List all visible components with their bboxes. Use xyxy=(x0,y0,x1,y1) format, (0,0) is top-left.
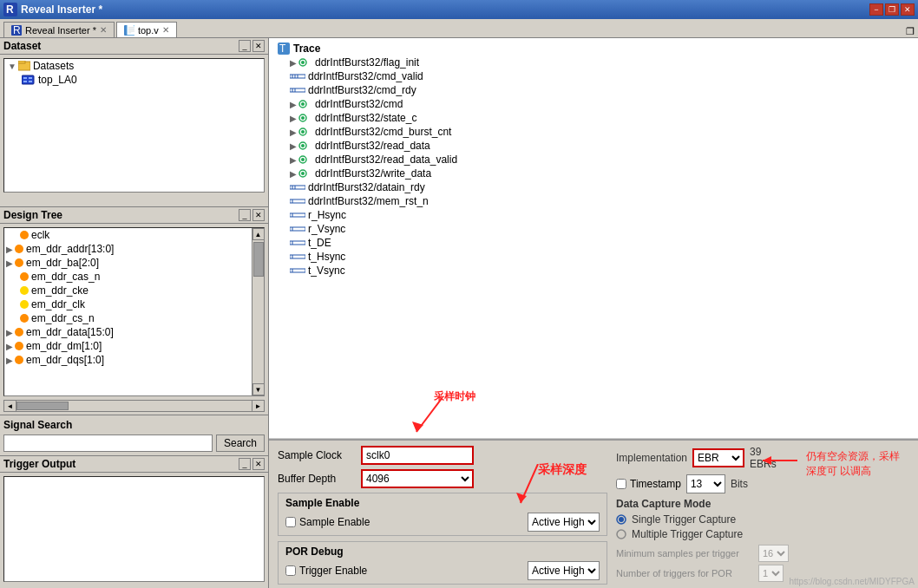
trace-cmd-label: ddrIntfBurst32/cmd xyxy=(315,98,403,110)
trace-flag-init[interactable]: ▶ ddrIntfBurst32/flag_init xyxy=(276,56,911,69)
trace-root-label: Trace xyxy=(293,42,320,55)
trace-write-data-label: ddrIntfBurst32/write_data xyxy=(315,167,431,180)
config-left-col: Sample Clock Buffer Depth 4096 2048 1024… xyxy=(278,446,607,585)
trace-write-data[interactable]: ▶ ddrIntfBurst32/write_data xyxy=(276,167,911,180)
top-la0-item[interactable]: top_LA0 xyxy=(4,73,264,87)
em-ddr-ba-item[interactable]: ▶ em_ddr_ba[2:0] xyxy=(4,256,252,270)
trace-t-de[interactable]: t_DE xyxy=(276,236,911,250)
hscroll-left-btn[interactable]: ◄ xyxy=(4,401,16,411)
svg-rect-7 xyxy=(18,61,25,63)
main-content: Dataset _ ✕ ▼ Datasets xyxy=(0,38,918,588)
timestamp-checkbox-label[interactable]: Timestamp xyxy=(616,478,681,490)
em-ddr-cas-item[interactable]: em_ddr_cas_n xyxy=(4,270,252,284)
trace-read-data-valid-label: ddrIntfBurst32/read_data_valid xyxy=(315,154,457,166)
sample-enable-section: Sample Enable Sample Enable Active High … xyxy=(278,493,607,536)
tab-reveal[interactable]: R Reveal Inserter * ✕ xyxy=(3,22,115,37)
impl-select[interactable]: EBR BRAM LRAM xyxy=(692,448,744,467)
signal-search-row: Search xyxy=(3,434,265,452)
trigger-output-title: Trigger Output xyxy=(3,458,75,470)
min-samples-row: Minimum samples per trigger 16 32 64 xyxy=(616,545,789,562)
trace-area[interactable]: T Trace ▶ ddrIntfBurst32/flag_init xyxy=(269,38,918,439)
num-triggers-select[interactable]: 1 2 4 xyxy=(758,565,784,582)
restore-btn[interactable]: ❐ xyxy=(885,3,899,16)
dataset-minimize-btn[interactable]: _ xyxy=(239,40,251,52)
trace-t-hsync-label: t_Hsync xyxy=(308,251,345,263)
search-button[interactable]: Search xyxy=(216,434,265,452)
signal-search-input[interactable] xyxy=(3,434,213,452)
dataset-close-btn[interactable]: ✕ xyxy=(252,40,265,52)
scroll-down-btn[interactable]: ▼ xyxy=(252,383,265,395)
trigger-enable-dropdown[interactable]: Active High Active Low xyxy=(528,561,600,580)
trace-read-data-valid[interactable]: ▶ ddrIntfBurst32/read_data_valid xyxy=(276,153,911,167)
eclk-item[interactable]: eclk xyxy=(4,228,252,242)
em-ddr-dm-item[interactable]: ▶ em_ddr_dm[1:0] xyxy=(4,339,252,353)
design-tree-scrollbar[interactable]: ▲ ▼ xyxy=(252,228,264,395)
trace-r-hsync[interactable]: r_Hsync xyxy=(276,208,911,222)
min-samples-select[interactable]: 16 32 64 xyxy=(758,545,789,562)
por-debug-section: POR Debug Trigger Enable Active High Act… xyxy=(278,541,607,585)
annotation-resource-note: 仍有空余资源，采样深度可 以调高 xyxy=(797,446,909,585)
svg-text:R: R xyxy=(6,3,14,16)
buffer-depth-select[interactable]: 4096 2048 1024 512 xyxy=(361,469,474,488)
tab-top-close[interactable]: ✕ xyxy=(162,25,169,35)
em-ddr-cke-item[interactable]: em_ddr_cke xyxy=(4,284,252,297)
trace-t-vsync[interactable]: t_Vsync xyxy=(276,264,911,278)
timestamp-checkbox[interactable] xyxy=(616,479,626,489)
em-ddr-dqs-item[interactable]: ▶ em_ddr_dqs[1:0] xyxy=(4,353,252,367)
trace-root-item[interactable]: T Trace xyxy=(276,42,911,56)
timestamp-select[interactable]: 13 8 16 xyxy=(686,474,725,493)
datasets-folder-item[interactable]: ▼ Datasets xyxy=(4,59,264,73)
buffer-depth-row: Buffer Depth 4096 2048 1024 512 xyxy=(278,469,607,488)
sample-clock-input[interactable] xyxy=(361,446,474,465)
trigger-output-close-btn[interactable]: ✕ xyxy=(252,458,265,470)
trigger-enable-checkbox[interactable] xyxy=(285,565,296,576)
sample-clock-row: Sample Clock xyxy=(278,446,607,465)
trace-cmd-burst-cnt[interactable]: ▶ ddrIntfBurst32/cmd_burst_cnt xyxy=(276,125,911,139)
watermark: https://blog.csdn.net/MIDYFPGA xyxy=(789,577,915,586)
trace-cmd[interactable]: ▶ ddrIntfBurst32/cmd xyxy=(276,97,911,111)
config-area: 采样时钟 Sample Clock Buffer Depth xyxy=(269,439,918,588)
close-btn[interactable]: ✕ xyxy=(901,3,915,16)
hscroll-right-btn[interactable]: ► xyxy=(252,401,264,411)
maximize-icon[interactable]: ❐ xyxy=(906,26,915,37)
trigger-output-minimize-btn[interactable]: _ xyxy=(239,458,251,470)
hscroll-thumb[interactable] xyxy=(16,402,69,410)
tab-reveal-close[interactable]: ✕ xyxy=(100,25,107,35)
design-tree-hscroll[interactable]: ◄ ► xyxy=(3,400,265,412)
trace-cmd-rdy[interactable]: ddrIntfBurst32/cmd_rdy xyxy=(276,83,911,97)
em-ddr-cs-label: em_ddr_cs_n xyxy=(31,312,95,324)
scroll-thumb[interactable] xyxy=(253,242,264,277)
design-tree-close-btn[interactable]: ✕ xyxy=(252,209,265,221)
design-tree-section: Design Tree _ ✕ eclk ▶ xyxy=(0,207,268,415)
trace-t-hsync[interactable]: t_Hsync xyxy=(276,250,911,264)
dataset-section: Dataset _ ✕ ▼ Datasets xyxy=(0,38,268,207)
trace-r-vsync[interactable]: r_Vsync xyxy=(276,222,911,236)
sample-enable-checkbox-label[interactable]: Sample Enable xyxy=(285,516,370,528)
trace-t-vsync-label: t_Vsync xyxy=(308,265,345,277)
trigger-output-header: Trigger Output _ ✕ xyxy=(0,456,268,473)
em-ddr-clk-item[interactable]: em_ddr_clk xyxy=(4,297,252,311)
trace-read-data[interactable]: ▶ ddrIntfBurst32/read_data xyxy=(276,139,911,153)
scroll-up-btn[interactable]: ▲ xyxy=(252,228,265,240)
minimize-btn[interactable]: − xyxy=(869,3,883,16)
timestamp-label-text: Timestamp xyxy=(630,478,681,490)
tab-top[interactable]: 📄 top.v ✕ xyxy=(116,22,177,37)
em-ddr-cs-item[interactable]: em_ddr_cs_n xyxy=(4,311,252,325)
design-tree-minimize-btn[interactable]: _ xyxy=(239,209,251,221)
top-la0-label: top_LA0 xyxy=(38,74,77,86)
svg-rect-9 xyxy=(23,77,27,79)
svg-text:📄: 📄 xyxy=(125,25,134,36)
trace-read-data-label: ddrIntfBurst32/read_data xyxy=(315,140,430,152)
trigger-enable-checkbox-label[interactable]: Trigger Enable xyxy=(285,565,367,577)
sample-enable-dropdown[interactable]: Active High Active Low xyxy=(528,513,600,532)
por-debug-row: Trigger Enable Active High Active Low xyxy=(285,561,600,580)
single-trigger-label: Single Trigger Capture xyxy=(632,513,736,526)
design-tree-scroll[interactable]: eclk ▶ em_ddr_addr[13:0] ▶ em_ddr_ba[2:0… xyxy=(4,228,252,395)
trace-mem-rst-n[interactable]: ddrIntfBurst32/mem_rst_n xyxy=(276,194,911,208)
trace-state-c[interactable]: ▶ ddrIntfBurst32/state_c xyxy=(276,111,911,125)
trace-datain-rdy[interactable]: ddrIntfBurst32/datain_rdy xyxy=(276,180,911,194)
em-ddr-addr-item[interactable]: ▶ em_ddr_addr[13:0] xyxy=(4,242,252,256)
em-ddr-data-item[interactable]: ▶ em_ddr_data[15:0] xyxy=(4,325,252,339)
sample-enable-checkbox[interactable] xyxy=(285,517,296,527)
trace-cmd-valid[interactable]: ddrIntfBurst32/cmd_valid xyxy=(276,69,911,83)
